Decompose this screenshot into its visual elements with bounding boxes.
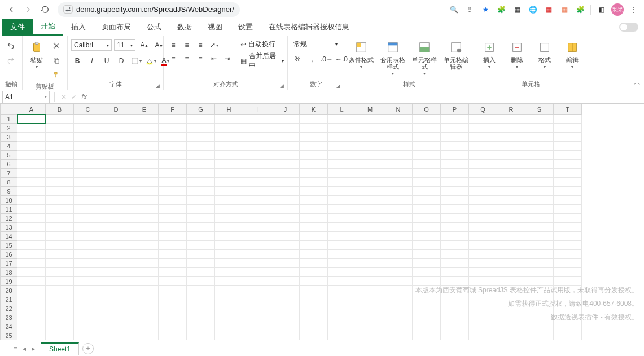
cell[interactable] [243, 268, 271, 277]
increase-indent-button[interactable]: ⇥ [221, 53, 234, 64]
align-left-button[interactable]: ≡ [167, 53, 179, 64]
dialog-launcher-icon[interactable]: ◢ [280, 83, 284, 89]
tab-settings[interactable]: 设置 [230, 19, 261, 36]
cell[interactable] [271, 331, 300, 340]
cell[interactable] [271, 322, 300, 331]
cell[interactable] [384, 187, 413, 196]
cell[interactable] [130, 160, 159, 169]
cell[interactable] [554, 133, 582, 142]
cell[interactable] [328, 268, 356, 277]
cell[interactable] [243, 115, 271, 124]
cell[interactable] [17, 142, 46, 151]
cell[interactable] [130, 214, 159, 223]
cell[interactable] [300, 205, 328, 214]
cell[interactable] [554, 205, 582, 214]
cell[interactable] [469, 160, 497, 169]
cell[interactable] [300, 169, 328, 178]
row-header[interactable]: 12 [1, 214, 17, 223]
row-header[interactable]: 7 [1, 169, 17, 178]
cell[interactable] [271, 205, 300, 214]
cell[interactable] [130, 259, 159, 268]
select-all-corner[interactable] [1, 104, 17, 115]
cell[interactable] [159, 160, 187, 169]
cell[interactable] [187, 124, 215, 133]
cell[interactable] [46, 160, 74, 169]
cell[interactable] [17, 259, 46, 268]
cell[interactable] [497, 259, 525, 268]
cell[interactable] [384, 160, 413, 169]
cell[interactable] [74, 295, 102, 304]
col-header[interactable]: A [17, 104, 46, 115]
cell[interactable] [271, 178, 300, 187]
cell[interactable] [525, 133, 554, 142]
tab-data[interactable]: 数据 [169, 19, 200, 36]
cell[interactable] [356, 322, 384, 331]
col-header[interactable]: Q [469, 104, 497, 115]
cell[interactable] [384, 268, 413, 277]
cell[interactable] [441, 151, 469, 160]
cell[interactable] [413, 232, 441, 241]
cell[interactable] [497, 178, 525, 187]
cell[interactable] [271, 232, 300, 241]
cell[interactable] [356, 196, 384, 205]
col-header[interactable]: R [497, 104, 525, 115]
cell[interactable] [497, 232, 525, 241]
cell[interactable] [17, 277, 46, 286]
conditional-format-button[interactable]: 条件格式▾ [348, 39, 375, 69]
cell[interactable] [413, 142, 441, 151]
cell[interactable] [469, 151, 497, 160]
cell[interactable] [187, 142, 215, 151]
cell[interactable] [159, 187, 187, 196]
cell[interactable] [328, 277, 356, 286]
col-header[interactable]: P [441, 104, 469, 115]
row-header[interactable]: 8 [1, 178, 17, 187]
cell[interactable] [469, 205, 497, 214]
cell[interactable] [497, 205, 525, 214]
cell[interactable] [187, 223, 215, 232]
underline-button[interactable]: U [100, 55, 113, 67]
cell[interactable] [356, 169, 384, 178]
cell[interactable] [328, 214, 356, 223]
cell[interactable] [328, 322, 356, 331]
cell[interactable] [102, 187, 130, 196]
cell[interactable] [328, 286, 356, 295]
cell[interactable] [243, 124, 271, 133]
cell[interactable] [102, 331, 130, 340]
cell[interactable] [243, 295, 271, 304]
align-bottom-button[interactable]: ≡ [194, 39, 207, 51]
cell[interactable] [497, 133, 525, 142]
cell[interactable] [469, 250, 497, 259]
cell[interactable] [243, 223, 271, 232]
tab-page-layout[interactable]: 页面布局 [94, 19, 139, 36]
cell[interactable] [497, 187, 525, 196]
cell[interactable] [356, 313, 384, 322]
add-sheet-button[interactable]: ＋ [82, 343, 94, 354]
cell[interactable] [17, 250, 46, 259]
cell[interactable] [413, 214, 441, 223]
cancel-formula-button[interactable]: ✕ [59, 93, 68, 101]
cell[interactable] [328, 178, 356, 187]
cell[interactable] [497, 124, 525, 133]
cell[interactable] [215, 124, 243, 133]
cell[interactable] [469, 331, 497, 340]
double-underline-button[interactable]: D [115, 55, 128, 67]
align-top-button[interactable]: ≡ [167, 39, 179, 51]
cell[interactable] [102, 214, 130, 223]
cut-button[interactable] [49, 39, 64, 52]
cell[interactable] [46, 223, 74, 232]
cell[interactable] [187, 178, 215, 187]
cell[interactable] [554, 160, 582, 169]
cell[interactable] [300, 232, 328, 241]
cell[interactable] [159, 214, 187, 223]
cell[interactable] [300, 313, 328, 322]
cell[interactable] [215, 232, 243, 241]
cell[interactable] [215, 286, 243, 295]
cell[interactable] [300, 223, 328, 232]
cell[interactable] [525, 124, 554, 133]
cell[interactable] [102, 178, 130, 187]
cell[interactable] [413, 187, 441, 196]
cell[interactable] [497, 250, 525, 259]
cell[interactable] [328, 160, 356, 169]
cell[interactable] [497, 268, 525, 277]
cell[interactable] [384, 133, 413, 142]
